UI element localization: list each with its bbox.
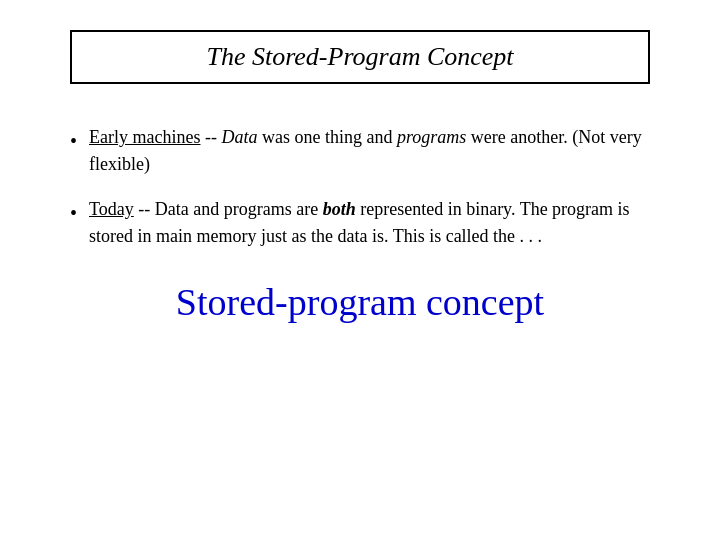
data-word: Data xyxy=(221,127,257,147)
today-term: Today xyxy=(89,199,134,219)
stored-program-concept-label: Stored-program concept xyxy=(50,280,670,324)
bullet-item-2: • Today -- Data and programs are both re… xyxy=(70,196,650,250)
bullet-item-1: • Early machines -- Data was one thing a… xyxy=(70,124,650,178)
programs-word: programs xyxy=(397,127,466,147)
slide: The Stored-Program Concept • Early machi… xyxy=(0,0,720,540)
content-area: • Early machines -- Data was one thing a… xyxy=(50,124,670,250)
both-word: both xyxy=(323,199,356,219)
early-machines-term: Early machines xyxy=(89,127,200,147)
bullet-dot-2: • xyxy=(70,198,77,228)
bullet-text-1: Early machines -- Data was one thing and… xyxy=(89,124,650,178)
title-box: The Stored-Program Concept xyxy=(70,30,650,84)
bullet1-connector: -- xyxy=(200,127,221,147)
bullet1-rest: was one thing and xyxy=(257,127,396,147)
bullet-dot-1: • xyxy=(70,126,77,156)
slide-title: The Stored-Program Concept xyxy=(206,42,513,71)
bullet-text-2: Today -- Data and programs are both repr… xyxy=(89,196,650,250)
bullet2-connector: -- Data and programs are xyxy=(134,199,323,219)
